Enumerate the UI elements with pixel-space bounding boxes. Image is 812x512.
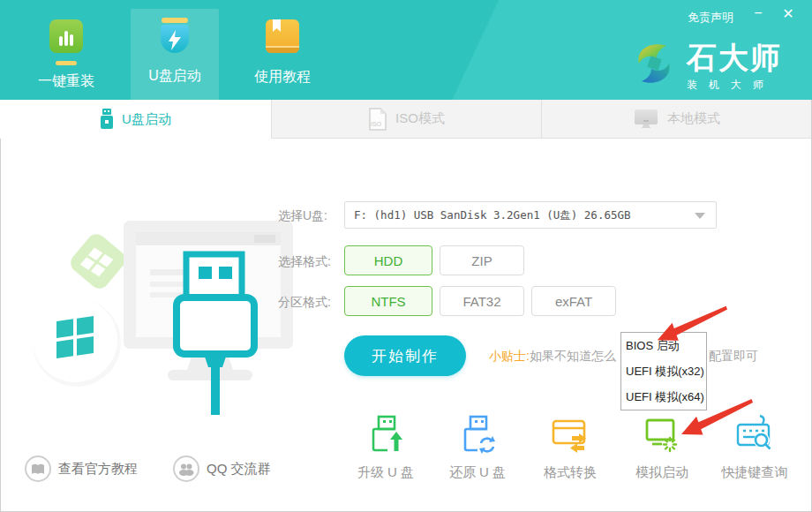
format-convert-icon <box>549 413 591 456</box>
usb-plug-illustration <box>177 254 254 415</box>
minimize-button[interactable]: − <box>748 5 768 21</box>
tool-label: 格式转换 <box>524 464 616 481</box>
tab-label: 本地模式 <box>667 110 720 127</box>
partition-label: 分区格式: <box>278 295 331 311</box>
usb-computer-illustration <box>18 172 318 437</box>
format-label: 选择格式: <box>278 254 331 270</box>
format-option-zip[interactable]: ZIP <box>440 245 524 275</box>
tip-prefix: 小贴士: <box>489 349 530 363</box>
chevron-down-icon <box>695 213 705 219</box>
tool-label: 模拟启动 <box>616 464 708 481</box>
tool-label: 升级 U 盘 <box>340 464 432 481</box>
app-window: 一键重装 U盘启动 使用教程 免责声明 − ✕ <box>0 0 812 512</box>
tab-local-mode[interactable]: 本地模式 <box>541 100 811 139</box>
tool-format-convert[interactable]: 格式转换 <box>524 413 616 481</box>
book-icon <box>266 19 299 53</box>
simulate-boot-icon <box>641 413 683 456</box>
tool-label: 还原 U 盘 <box>432 464 523 481</box>
brand-name: 石大师 <box>687 39 782 76</box>
usb-restore-icon <box>456 413 499 456</box>
format-option-hdd[interactable]: HDD <box>344 245 432 275</box>
boot-mode-menu: BIOS 启动 UEFI 模拟(x32) UEFI 模拟(x64) <box>620 332 707 410</box>
chart-bars-icon <box>49 19 83 53</box>
tab-label: U盘启动 <box>122 111 171 128</box>
brand-logo: 石大师 装机大师 <box>630 39 782 93</box>
icon-underline <box>56 61 77 65</box>
footer-link-label: 查看官方教程 <box>58 461 138 478</box>
official-tutorial-link[interactable]: 查看官方教程 <box>25 456 138 482</box>
usb-drive-select[interactable]: F: (hd1) USB SanDisk 3.2Gen1 (U盘) 26.65G… <box>344 201 717 229</box>
tip-text-right: 配置即可 <box>709 349 758 365</box>
footer-link-label: QQ 交流群 <box>207 461 271 478</box>
people-icon <box>173 456 199 482</box>
menu-item-uefi-x64[interactable]: UEFI 模拟(x64) <box>621 384 706 410</box>
tab-usb-boot[interactable]: U盘启动 <box>0 100 271 139</box>
tool-simulate-boot[interactable]: 模拟启动 <box>616 413 708 481</box>
mode-tabs: U盘启动 ISO ISO模式 <box>0 100 812 139</box>
menu-item-bios[interactable]: BIOS 启动 <box>621 333 706 358</box>
tab-iso-mode[interactable]: ISO ISO模式 <box>271 100 541 139</box>
usb-shield-lightning-icon <box>158 18 192 56</box>
tab-label: ISO模式 <box>395 110 445 127</box>
windows-circle-badge <box>33 297 121 387</box>
tool-upgrade-usb[interactable]: 升级 U 盘 <box>340 413 432 481</box>
nav-item-usb-boot[interactable]: U盘启动 <box>131 18 219 95</box>
start-create-button[interactable]: 开始制作 <box>344 335 466 376</box>
header: 一键重装 U盘启动 使用教程 免责声明 − ✕ <box>0 0 812 100</box>
nav-item-reinstall[interactable]: 一键重装 <box>22 19 110 97</box>
usb-select-label: 选择U盘: <box>278 208 327 224</box>
tip-text-left: 小贴士:如果不知道怎么 <box>489 349 616 365</box>
nav-item-label: 一键重装 <box>22 72 110 91</box>
svg-text:ISO: ISO <box>371 121 382 127</box>
qq-group-link[interactable]: QQ 交流群 <box>173 456 271 482</box>
disclaimer-link[interactable]: 免责声明 <box>688 10 733 26</box>
brand-subtitle: 装机大师 <box>687 78 782 93</box>
nav-item-label: 使用教程 <box>238 68 327 87</box>
monitor-icon <box>633 109 659 130</box>
tool-restore-usb[interactable]: 还原 U 盘 <box>432 413 523 481</box>
nav-item-label: U盘启动 <box>131 67 219 86</box>
usb-upgrade-icon <box>365 413 407 456</box>
nav-item-tutorial[interactable]: 使用教程 <box>238 19 327 97</box>
brand-swirl-icon <box>630 39 678 88</box>
windows-tile-icon <box>67 230 129 292</box>
hotkey-query-icon <box>733 413 776 456</box>
partition-option-ntfs[interactable]: NTFS <box>344 286 432 316</box>
usb-stick-icon <box>100 109 114 130</box>
tool-hotkey-query[interactable]: 快捷键查询 <box>709 413 801 481</box>
usb-drive-value: F: (hd1) USB SanDisk 3.2Gen1 (U盘) 26.65G… <box>345 202 716 228</box>
tool-label: 快捷键查询 <box>709 464 801 481</box>
iso-file-icon: ISO <box>368 108 387 131</box>
partition-option-exfat[interactable]: exFAT <box>531 286 616 316</box>
book-outline-icon <box>25 456 51 482</box>
menu-item-uefi-x32[interactable]: UEFI 模拟(x32) <box>621 358 706 384</box>
partition-option-fat32[interactable]: FAT32 <box>440 286 524 316</box>
close-button[interactable]: ✕ <box>778 5 798 22</box>
